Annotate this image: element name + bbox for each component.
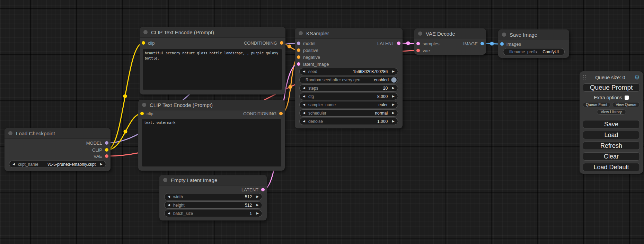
stepper-right-icon[interactable]: ▶ [389, 101, 398, 108]
input-slot-latent-image[interactable]: latent_image [297, 61, 329, 67]
node-titlebar[interactable]: CLIP Text Encode (Prompt) [138, 100, 285, 110]
stepper-right-icon[interactable]: ▶ [389, 118, 398, 125]
node-titlebar[interactable]: VAE Decode [414, 28, 486, 39]
queue-prompt-button[interactable]: Queue Prompt [583, 83, 640, 92]
slot-dot-latent[interactable] [397, 42, 400, 45]
node-clip-text-encode-negative[interactable]: CLIP Text Encode (Prompt) clip CONDITION… [138, 100, 285, 171]
slot-dot-image[interactable] [500, 42, 504, 46]
stepper-right-icon[interactable]: ▶ [253, 210, 262, 217]
input-slot-vae[interactable]: vae [416, 47, 430, 54]
slot-dot-vae[interactable] [416, 49, 420, 52]
node-empty-latent-image[interactable]: Empty Latent Image LATENT ◀ width 512 ▶ … [159, 175, 267, 220]
slot-dot-clip[interactable] [140, 112, 144, 115]
slot-dot-conditioning[interactable] [297, 55, 300, 59]
slot-dot-clip[interactable] [142, 41, 145, 45]
widget-cfg[interactable]: ◀ cfg 8.000 ▶ [299, 93, 398, 100]
stepper-left-icon[interactable]: ◀ [300, 68, 308, 75]
node-titlebar[interactable]: CLIP Text Encode (Prompt) [140, 27, 285, 38]
slot-dot-image[interactable] [480, 42, 484, 45]
stepper-right-icon[interactable]: ▶ [389, 93, 398, 100]
output-slot-model[interactable]: MODEL [86, 139, 108, 146]
output-slot-latent[interactable]: LATENT [241, 186, 265, 193]
collapse-dot-icon[interactable] [143, 30, 148, 34]
link-middot-conditioning-1[interactable] [288, 45, 291, 48]
stepper-left-icon[interactable]: ◀ [165, 210, 173, 217]
queue-panel[interactable]: Queue size: 0 ⚙ Queue Prompt Extra optio… [580, 71, 643, 174]
node-clip-text-encode-positive[interactable]: CLIP Text Encode (Prompt) clip CONDITION… [140, 27, 285, 94]
view-queue-button[interactable]: View Queue [612, 102, 640, 107]
node-save-image[interactable]: Save Image images filename_prefix ComfyU… [498, 29, 569, 58]
output-slot-latent[interactable]: LATENT [377, 40, 400, 47]
collapse-dot-icon[interactable] [163, 178, 167, 182]
collapse-dot-icon[interactable] [8, 131, 12, 135]
widget-batch-size[interactable]: ◀ batch_size 1 ▶ [164, 210, 262, 217]
slot-dot-conditioning[interactable] [280, 41, 283, 45]
queue-front-button[interactable]: Queue Front [583, 102, 610, 107]
link-middot-clip-2[interactable] [124, 130, 127, 134]
stepper-right-icon[interactable]: ▶ [389, 85, 398, 91]
clear-button[interactable]: Clear [583, 152, 640, 161]
extra-options-checkbox[interactable] [625, 96, 629, 100]
save-button[interactable]: Save [583, 120, 640, 128]
widget-scheduler[interactable]: ◀ scheduler normal ▶ [299, 109, 398, 117]
node-load-checkpoint[interactable]: Load Checkpoint MODEL CLIP VAE ◀ ckpt_na… [5, 128, 111, 171]
widget-random-seed-toggle[interactable]: Random seed after every gen enabled [299, 76, 398, 83]
slot-dot-latent[interactable] [261, 188, 265, 191]
node-titlebar[interactable]: Empty Latent Image [159, 175, 267, 186]
output-slot-conditioning[interactable]: CONDITIONING [244, 39, 283, 46]
stepper-left-icon[interactable]: ◀ [300, 101, 308, 108]
node-titlebar[interactable]: KSampler [295, 28, 403, 39]
widget-denoise[interactable]: ◀ denoise 1.000 ▶ [299, 118, 398, 125]
link-middot-conditioning-2[interactable] [289, 85, 292, 89]
input-slot-negative[interactable]: negative [297, 54, 320, 61]
widget-ckpt-name[interactable]: ◀ ckpt_name v1-5-pruned-emaonly.ckpt ▶ [9, 161, 106, 168]
slot-dot-conditioning[interactable] [297, 48, 300, 52]
load-default-button[interactable]: Load Default [583, 163, 640, 171]
collapse-dot-icon[interactable] [418, 31, 422, 36]
input-slot-images[interactable]: images [500, 40, 521, 47]
slot-dot-latent[interactable] [297, 62, 300, 66]
input-slot-clip[interactable]: clip [142, 39, 155, 46]
settings-gear-icon[interactable]: ⚙ [634, 74, 640, 81]
input-slot-clip[interactable]: clip [140, 110, 153, 117]
node-vae-decode[interactable]: VAE Decode samples vae IMAGE [414, 28, 486, 55]
input-slot-samples[interactable]: samples [416, 40, 439, 47]
stepper-right-icon[interactable]: ▶ [389, 68, 398, 75]
widget-sampler-name[interactable]: ◀ sampler_name euler ▶ [299, 101, 398, 108]
stepper-left-icon[interactable]: ◀ [165, 202, 173, 208]
widget-height[interactable]: ◀ height 512 ▶ [164, 201, 262, 209]
comfyui-canvas[interactable]: { "colors": { "model": "#B39DDB", "clip"… [0, 0, 644, 244]
stepper-left-icon[interactable]: ◀ [9, 161, 18, 168]
input-slot-positive[interactable]: positive [297, 47, 318, 54]
slot-dot-latent[interactable] [416, 42, 420, 45]
widget-filename-prefix[interactable]: filename_prefix ComfyUI [503, 48, 565, 55]
drag-handle-icon[interactable] [583, 75, 586, 80]
load-button[interactable]: Load [583, 131, 640, 139]
output-slot-image[interactable]: IMAGE [463, 40, 484, 47]
collapse-dot-icon[interactable] [502, 33, 506, 37]
refresh-button[interactable]: Refresh [583, 142, 640, 150]
widget-seed[interactable]: ◀ seed 156680208700286 ▶ [299, 68, 398, 75]
stepper-left-icon[interactable]: ◀ [300, 118, 308, 125]
output-slot-clip[interactable]: CLIP [92, 146, 108, 153]
widget-width[interactable]: ◀ width 512 ▶ [164, 193, 262, 200]
collapse-dot-icon[interactable] [299, 31, 303, 35]
stepper-right-icon[interactable]: ▶ [97, 161, 106, 168]
output-slot-conditioning[interactable]: CONDITIONING [243, 110, 283, 117]
view-history-button[interactable]: View History [597, 109, 626, 115]
slot-dot-conditioning[interactable] [279, 112, 283, 115]
slot-dot-vae[interactable] [105, 154, 108, 158]
stepper-right-icon[interactable]: ▶ [389, 110, 398, 116]
stepper-left-icon[interactable]: ◀ [165, 193, 173, 200]
prompt-textarea-positive[interactable]: beautiful scenery nature glass bottle la… [143, 49, 282, 90]
stepper-left-icon[interactable]: ◀ [300, 110, 308, 116]
stepper-left-icon[interactable]: ◀ [300, 93, 308, 100]
output-slot-vae[interactable]: VAE [94, 153, 108, 160]
collapse-dot-icon[interactable] [142, 103, 146, 107]
stepper-right-icon[interactable]: ▶ [253, 202, 262, 208]
slot-dot-clip[interactable] [105, 148, 108, 152]
link-middot-clip-1[interactable] [123, 94, 127, 98]
node-titlebar[interactable]: Load Checkpoint [5, 128, 111, 139]
prompt-textarea-negative[interactable]: text, watermark [142, 119, 281, 166]
stepper-left-icon[interactable]: ◀ [300, 85, 308, 91]
